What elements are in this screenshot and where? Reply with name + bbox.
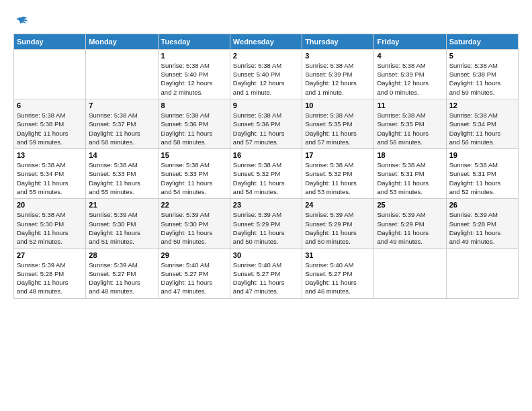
calendar-cell: 27Sunrise: 5:39 AM Sunset: 5:28 PM Dayli…	[14, 248, 86, 298]
logo-bird-icon	[15, 15, 28, 25]
calendar-cell: 12Sunrise: 5:38 AM Sunset: 5:34 PM Dayli…	[446, 99, 518, 148]
day-number: 19	[449, 151, 515, 159]
day-info: Sunrise: 5:38 AM Sunset: 5:40 PM Dayligh…	[161, 61, 227, 97]
calendar-cell	[86, 49, 158, 99]
calendar-cell: 8Sunrise: 5:38 AM Sunset: 5:36 PM Daylig…	[158, 99, 230, 148]
day-info: Sunrise: 5:38 AM Sunset: 5:40 PM Dayligh…	[233, 61, 299, 97]
weekday-header-tuesday: Tuesday	[158, 34, 230, 49]
page-header	[13, 13, 519, 27]
day-number: 8	[161, 101, 227, 109]
calendar-cell: 29Sunrise: 5:40 AM Sunset: 5:27 PM Dayli…	[158, 248, 230, 298]
day-info: Sunrise: 5:38 AM Sunset: 5:34 PM Dayligh…	[449, 111, 515, 146]
day-number: 2	[233, 52, 299, 60]
calendar-cell: 2Sunrise: 5:38 AM Sunset: 5:40 PM Daylig…	[230, 49, 302, 99]
calendar-cell: 6Sunrise: 5:38 AM Sunset: 5:38 PM Daylig…	[14, 99, 86, 148]
day-number: 6	[17, 101, 83, 109]
day-number: 5	[449, 52, 515, 60]
logo-text	[13, 13, 28, 27]
calendar-cell: 11Sunrise: 5:38 AM Sunset: 5:35 PM Dayli…	[374, 99, 446, 148]
logo-general	[13, 13, 28, 27]
day-number: 7	[89, 101, 154, 109]
calendar-cell: 7Sunrise: 5:38 AM Sunset: 5:37 PM Daylig…	[86, 99, 158, 148]
day-number: 11	[377, 101, 443, 109]
calendar-cell: 19Sunrise: 5:38 AM Sunset: 5:31 PM Dayli…	[446, 149, 518, 199]
calendar-week-3: 13Sunrise: 5:38 AM Sunset: 5:34 PM Dayli…	[14, 149, 519, 199]
day-number: 10	[305, 101, 371, 109]
weekday-header-saturday: Saturday	[446, 34, 518, 49]
calendar-cell	[446, 248, 518, 298]
calendar-cell: 23Sunrise: 5:39 AM Sunset: 5:29 PM Dayli…	[230, 199, 302, 248]
day-info: Sunrise: 5:39 AM Sunset: 5:30 PM Dayligh…	[89, 210, 154, 246]
day-info: Sunrise: 5:39 AM Sunset: 5:29 PM Dayligh…	[305, 210, 371, 246]
logo	[13, 13, 28, 27]
calendar-cell: 3Sunrise: 5:38 AM Sunset: 5:39 PM Daylig…	[302, 49, 374, 99]
day-number: 14	[89, 151, 154, 159]
calendar-cell: 30Sunrise: 5:40 AM Sunset: 5:27 PM Dayli…	[230, 248, 302, 298]
calendar-cell: 24Sunrise: 5:39 AM Sunset: 5:29 PM Dayli…	[302, 199, 374, 248]
day-number: 31	[305, 251, 371, 259]
day-number: 23	[233, 201, 299, 209]
weekday-header-row: SundayMondayTuesdayWednesdayThursdayFrid…	[14, 34, 519, 49]
weekday-header-thursday: Thursday	[302, 34, 374, 49]
day-number: 15	[161, 151, 227, 159]
calendar-cell: 10Sunrise: 5:38 AM Sunset: 5:35 PM Dayli…	[302, 99, 374, 148]
day-number: 4	[377, 52, 443, 60]
day-info: Sunrise: 5:38 AM Sunset: 5:35 PM Dayligh…	[305, 111, 371, 146]
day-info: Sunrise: 5:38 AM Sunset: 5:39 PM Dayligh…	[377, 61, 443, 97]
calendar-body: 1Sunrise: 5:38 AM Sunset: 5:40 PM Daylig…	[14, 49, 519, 298]
day-number: 12	[449, 101, 515, 109]
day-number: 28	[89, 251, 154, 259]
day-number: 29	[161, 251, 227, 259]
calendar-cell: 9Sunrise: 5:38 AM Sunset: 5:36 PM Daylig…	[230, 99, 302, 148]
calendar-cell: 18Sunrise: 5:38 AM Sunset: 5:31 PM Dayli…	[374, 149, 446, 199]
day-number: 26	[449, 201, 515, 209]
calendar-cell: 31Sunrise: 5:40 AM Sunset: 5:27 PM Dayli…	[302, 248, 374, 298]
day-number: 30	[233, 251, 299, 259]
calendar-cell	[14, 49, 86, 99]
calendar-cell: 25Sunrise: 5:39 AM Sunset: 5:29 PM Dayli…	[374, 199, 446, 248]
calendar-cell: 16Sunrise: 5:38 AM Sunset: 5:32 PM Dayli…	[230, 149, 302, 199]
weekday-header-monday: Monday	[86, 34, 158, 49]
calendar-cell: 15Sunrise: 5:38 AM Sunset: 5:33 PM Dayli…	[158, 149, 230, 199]
weekday-header-wednesday: Wednesday	[230, 34, 302, 49]
day-info: Sunrise: 5:38 AM Sunset: 5:37 PM Dayligh…	[89, 111, 154, 146]
calendar-week-1: 1Sunrise: 5:38 AM Sunset: 5:40 PM Daylig…	[14, 49, 519, 99]
day-number: 22	[161, 201, 227, 209]
day-info: Sunrise: 5:38 AM Sunset: 5:35 PM Dayligh…	[377, 111, 443, 146]
calendar-cell: 21Sunrise: 5:39 AM Sunset: 5:30 PM Dayli…	[86, 199, 158, 248]
day-number: 20	[17, 201, 83, 209]
day-info: Sunrise: 5:38 AM Sunset: 5:36 PM Dayligh…	[161, 111, 227, 146]
weekday-header-friday: Friday	[374, 34, 446, 49]
calendar-cell: 26Sunrise: 5:39 AM Sunset: 5:28 PM Dayli…	[446, 199, 518, 248]
day-number: 16	[233, 151, 299, 159]
day-info: Sunrise: 5:39 AM Sunset: 5:30 PM Dayligh…	[161, 210, 227, 246]
day-info: Sunrise: 5:38 AM Sunset: 5:38 PM Dayligh…	[449, 61, 515, 97]
day-info: Sunrise: 5:38 AM Sunset: 5:31 PM Dayligh…	[377, 161, 443, 196]
day-info: Sunrise: 5:38 AM Sunset: 5:33 PM Dayligh…	[89, 161, 154, 196]
calendar-week-5: 27Sunrise: 5:39 AM Sunset: 5:28 PM Dayli…	[14, 248, 519, 298]
day-info: Sunrise: 5:38 AM Sunset: 5:34 PM Dayligh…	[17, 161, 83, 196]
calendar-cell: 1Sunrise: 5:38 AM Sunset: 5:40 PM Daylig…	[158, 49, 230, 99]
calendar-cell: 14Sunrise: 5:38 AM Sunset: 5:33 PM Dayli…	[86, 149, 158, 199]
calendar-week-4: 20Sunrise: 5:38 AM Sunset: 5:30 PM Dayli…	[14, 199, 519, 248]
day-number: 25	[377, 201, 443, 209]
day-number: 1	[161, 52, 227, 60]
day-number: 17	[305, 151, 371, 159]
calendar-cell: 5Sunrise: 5:38 AM Sunset: 5:38 PM Daylig…	[446, 49, 518, 99]
day-number: 13	[17, 151, 83, 159]
calendar-header: SundayMondayTuesdayWednesdayThursdayFrid…	[14, 34, 519, 49]
weekday-header-sunday: Sunday	[14, 34, 86, 49]
day-info: Sunrise: 5:38 AM Sunset: 5:32 PM Dayligh…	[233, 161, 299, 196]
day-info: Sunrise: 5:40 AM Sunset: 5:27 PM Dayligh…	[161, 261, 227, 296]
day-info: Sunrise: 5:39 AM Sunset: 5:27 PM Dayligh…	[89, 261, 154, 296]
day-info: Sunrise: 5:40 AM Sunset: 5:27 PM Dayligh…	[305, 261, 371, 296]
calendar-table: SundayMondayTuesdayWednesdayThursdayFrid…	[13, 34, 519, 299]
calendar-cell: 28Sunrise: 5:39 AM Sunset: 5:27 PM Dayli…	[86, 248, 158, 298]
calendar-cell: 20Sunrise: 5:38 AM Sunset: 5:30 PM Dayli…	[14, 199, 86, 248]
day-number: 27	[17, 251, 83, 259]
day-info: Sunrise: 5:38 AM Sunset: 5:33 PM Dayligh…	[161, 161, 227, 196]
calendar-cell: 13Sunrise: 5:38 AM Sunset: 5:34 PM Dayli…	[14, 149, 86, 199]
calendar-cell: 17Sunrise: 5:38 AM Sunset: 5:32 PM Dayli…	[302, 149, 374, 199]
day-info: Sunrise: 5:39 AM Sunset: 5:28 PM Dayligh…	[17, 261, 83, 296]
day-info: Sunrise: 5:40 AM Sunset: 5:27 PM Dayligh…	[233, 261, 299, 296]
